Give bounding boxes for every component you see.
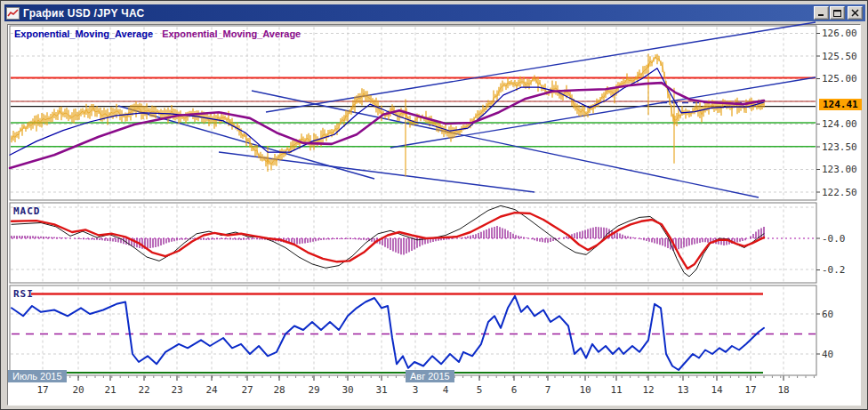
app-window: График USD /JPY ЧАС Exponential_Moving_A…: [0, 0, 868, 410]
chart-canvas[interactable]: [1, 1, 868, 410]
